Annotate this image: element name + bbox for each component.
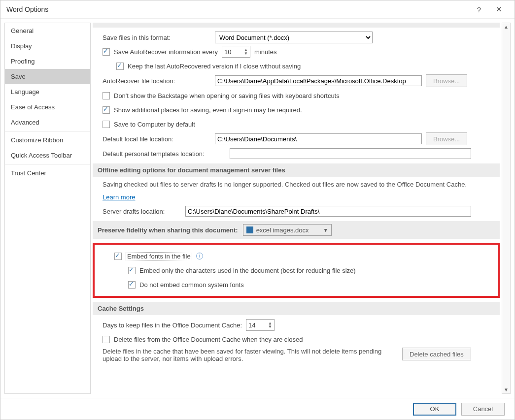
sidebar-item-proofing[interactable]: Proofing bbox=[5, 54, 90, 69]
autorecover-checkbox[interactable] bbox=[103, 48, 110, 56]
save-to-computer-checkbox[interactable] bbox=[103, 121, 110, 128]
sidebar-item-display[interactable]: Display bbox=[5, 38, 90, 54]
word-doc-icon bbox=[246, 226, 253, 233]
sidebar: GeneralDisplayProofingSaveLanguageEase o… bbox=[4, 23, 91, 394]
chevron-down-icon: ▼ bbox=[323, 227, 328, 233]
cache-days-label: Days to keep files in the Office Documen… bbox=[103, 322, 242, 329]
save-format-label: Save files in this format: bbox=[103, 34, 211, 41]
preserve-doc-combo[interactable]: excel images.docx ▼ bbox=[243, 224, 332, 236]
offline-desc: Saving checked out files to server draft… bbox=[103, 181, 477, 188]
minutes-label: minutes bbox=[254, 48, 277, 56]
keep-last-checkbox[interactable] bbox=[116, 63, 124, 70]
offline-heading: Offline editing options for document man… bbox=[93, 163, 500, 177]
embed-fonts-highlight: Embed fonts in the file i Embed only the… bbox=[93, 243, 500, 298]
embed-only-label: Embed only the characters used in the do… bbox=[139, 267, 356, 274]
sidebar-item-advanced[interactable]: Advanced bbox=[5, 115, 90, 130]
no-common-checkbox[interactable] bbox=[128, 281, 136, 289]
show-additional-label: Show additional places for saving, even … bbox=[114, 106, 302, 114]
preserve-doc-label: excel images.docx bbox=[256, 226, 309, 234]
default-templates-label: Default personal templates location: bbox=[103, 150, 226, 158]
keep-last-label: Keep the last AutoRecovered version if I… bbox=[128, 63, 301, 70]
ok-button[interactable]: OK bbox=[413, 403, 456, 416]
sidebar-item-quick-access-toolbar[interactable]: Quick Access Toolbar bbox=[5, 148, 90, 163]
section-top-strip bbox=[93, 23, 500, 28]
dont-show-backstage-label: Don't show the Backstage when opening or… bbox=[114, 92, 340, 99]
content-pane: Save files in this format: Word Document… bbox=[91, 23, 502, 394]
sidebar-item-customize-ribbon[interactable]: Customize Ribbon bbox=[5, 132, 90, 148]
cache-heading: Cache Settings bbox=[93, 302, 500, 315]
delete-cached-button[interactable]: Delete cached files bbox=[402, 348, 471, 360]
cache-days-value: 14 bbox=[248, 322, 255, 329]
delete-closed-checkbox[interactable] bbox=[103, 336, 110, 343]
delete-closed-label: Delete files from the Office Document Ca… bbox=[114, 336, 303, 343]
learn-more-link[interactable]: Learn more bbox=[103, 194, 135, 201]
sidebar-item-ease-of-access[interactable]: Ease of Access bbox=[5, 99, 90, 115]
sidebar-item-language[interactable]: Language bbox=[5, 84, 90, 99]
default-local-field[interactable] bbox=[215, 133, 422, 144]
no-common-label: Do not embed common system fonts bbox=[139, 281, 244, 289]
embed-fonts-label: Embed fonts in the file bbox=[126, 252, 192, 260]
autorecover-minutes-value: 10 bbox=[224, 48, 231, 56]
scroll-up-icon[interactable]: ▲ bbox=[503, 23, 510, 31]
autorecover-label: Save AutoRecover information every bbox=[114, 48, 218, 56]
sidebar-item-general[interactable]: General bbox=[5, 23, 90, 38]
close-button[interactable]: ✕ bbox=[489, 5, 509, 14]
cancel-button[interactable]: Cancel bbox=[461, 403, 505, 416]
embed-only-checkbox[interactable] bbox=[128, 267, 136, 274]
browse-default-local-button[interactable]: Browse... bbox=[426, 132, 467, 145]
save-to-computer-label: Save to Computer by default bbox=[114, 121, 195, 128]
cache-desc: Delete files in the cache that have been… bbox=[103, 348, 398, 362]
autorecover-loc-field[interactable] bbox=[215, 75, 422, 86]
server-drafts-field[interactable] bbox=[185, 206, 471, 217]
default-local-label: Default local file location: bbox=[103, 135, 211, 143]
autorecover-minutes-spin[interactable]: 10 ▲▼ bbox=[222, 46, 250, 58]
spin-arrows-icon[interactable]: ▲▼ bbox=[268, 322, 272, 328]
help-button[interactable]: ? bbox=[469, 5, 489, 14]
preserve-heading: Preserve fidelity when sharing this docu… bbox=[93, 221, 500, 239]
browse-autorecover-button[interactable]: Browse... bbox=[426, 74, 467, 87]
preserve-heading-label: Preserve fidelity when sharing this docu… bbox=[98, 226, 238, 234]
show-additional-checkbox[interactable] bbox=[103, 106, 110, 114]
sidebar-item-save[interactable]: Save bbox=[5, 69, 90, 84]
dont-show-backstage-checkbox[interactable] bbox=[103, 92, 110, 99]
cache-days-spin[interactable]: 14 ▲▼ bbox=[246, 319, 275, 331]
server-drafts-label: Server drafts location: bbox=[103, 208, 181, 215]
autorecover-loc-label: AutoRecover file location: bbox=[103, 77, 211, 85]
window-title: Word Options bbox=[6, 5, 469, 13]
spin-arrows-icon[interactable]: ▲▼ bbox=[244, 48, 248, 55]
save-format-combo[interactable]: Word Document (*.docx) bbox=[215, 32, 373, 43]
info-icon[interactable]: i bbox=[196, 253, 203, 259]
sidebar-item-trust-center[interactable]: Trust Center bbox=[5, 165, 90, 181]
scroll-down-icon[interactable]: ▼ bbox=[503, 386, 510, 393]
vertical-scrollbar[interactable]: ▲ ▼ bbox=[502, 23, 511, 394]
default-templates-field[interactable] bbox=[230, 148, 471, 159]
embed-fonts-checkbox[interactable] bbox=[114, 253, 122, 260]
